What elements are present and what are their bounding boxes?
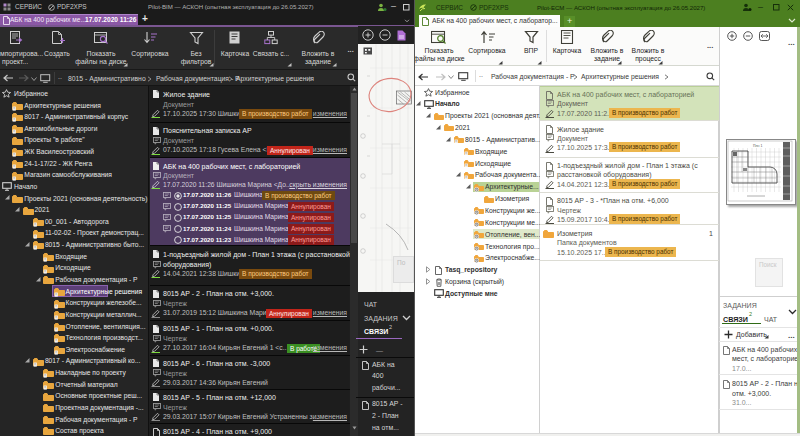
svg-text:Плн 1: Плн 1	[753, 144, 762, 148]
